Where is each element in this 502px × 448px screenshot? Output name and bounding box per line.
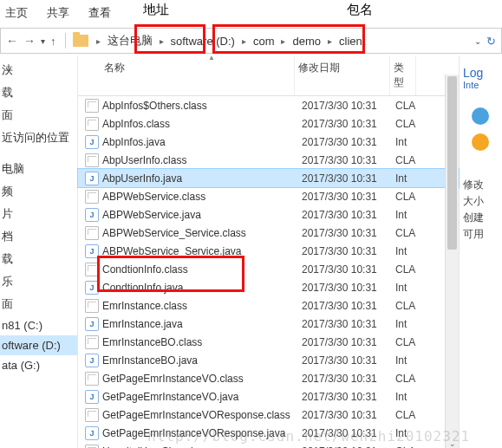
class-file-icon (85, 263, 99, 276)
crumb-pc[interactable]: 这台电脑 (105, 33, 155, 49)
refresh-icon[interactable]: ↻ (486, 35, 496, 48)
history-dropdown-icon[interactable]: ▾ (41, 36, 45, 46)
sidebar-item[interactable]: 面 (0, 104, 77, 127)
chevron-icon[interactable]: ▸ (323, 36, 336, 46)
file-row[interactable]: GetPageEmrInstanceVOResponse.java2017/3/… (78, 424, 459, 442)
file-type: CLA (395, 154, 421, 166)
sidebar-item[interactable]: 乐 (0, 270, 77, 293)
file-type: Int (395, 245, 421, 257)
file-row[interactable]: AbpInfos$Others.class2017/3/30 10:31CLA (78, 96, 459, 114)
chevron-icon[interactable]: ▸ (277, 36, 290, 46)
sidebar-item[interactable]: 浃 (0, 59, 77, 81)
file-row[interactable]: ABPWebService_Service.class2017/3/30 10:… (78, 224, 459, 242)
chevron-icon[interactable]: ▸ (238, 36, 251, 46)
file-date: 2017/3/30 10:31 (302, 445, 395, 449)
crumb-drive[interactable]: software (D:) (168, 35, 238, 48)
java-file-icon (85, 390, 99, 404)
file-row[interactable]: GetPageEmrInstanceVO.class2017/3/30 10:3… (78, 369, 459, 387)
file-name: EmrInstanceBO.java (102, 354, 198, 367)
scroll-down-icon[interactable]: ⌄ (446, 439, 459, 448)
file-row[interactable]: AbpInfos.class2017/3/30 10:31CLA (78, 114, 459, 133)
sidebar-item[interactable]: 频 (0, 180, 77, 203)
sidebar-item-d[interactable]: oftware (D:) (0, 335, 77, 355)
address-bar: ← → ▾ ↑ ▸ 这台电脑 ▸ software (D:) ▸ com ▸ d… (0, 28, 502, 54)
detail-modified: 修改 (463, 177, 499, 193)
file-row[interactable]: GetPageEmrInstanceVO.java2017/3/30 10:31… (78, 387, 459, 406)
tab-view[interactable]: 查看 (88, 5, 111, 21)
file-type: CLA (395, 227, 421, 239)
file-type: Int (395, 282, 421, 294)
file-type: Int (395, 209, 421, 221)
sidebar-item-g[interactable]: ata (G:) (0, 355, 77, 375)
java-file-icon (85, 426, 99, 440)
detail-sub: Inte (463, 80, 499, 90)
java-file-icon (85, 135, 99, 149)
file-name: EmrInstanceBO.class (102, 336, 202, 348)
file-name: GetPageEmrInstanceVO.class (102, 373, 244, 385)
back-icon[interactable]: ← (6, 34, 18, 48)
file-name: GetPageEmrInstanceVOResponse.java (102, 427, 285, 439)
file-row[interactable]: HospitalUserSign.class2017/3/30 10:31CLA (78, 442, 459, 448)
col-type[interactable]: 类型 (390, 55, 416, 95)
class-file-icon (85, 408, 99, 422)
tab-home[interactable]: 主页 (5, 5, 28, 21)
file-row[interactable]: EmrInstance.class2017/3/30 10:31CLA (78, 296, 459, 315)
chevron-icon[interactable]: ▸ (92, 36, 105, 46)
file-type: CLA (395, 118, 421, 130)
file-type: Int (395, 172, 421, 185)
file-name: AbpUserInfo.java (102, 172, 182, 185)
file-type: CLA (395, 336, 421, 348)
file-row[interactable]: ABPWebService.java2017/3/30 10:31Int (78, 205, 459, 224)
sidebar-item[interactable]: 载 (0, 248, 77, 270)
java-file-icon (85, 208, 99, 222)
file-row[interactable]: EmrInstanceBO.class2017/3/30 10:31CLA (78, 333, 459, 351)
file-row[interactable]: EmrInstance.java2017/3/30 10:31Int (78, 315, 459, 333)
file-type: Int (395, 391, 421, 403)
file-row[interactable]: AbpUserInfo.class2017/3/30 10:31CLA (78, 151, 459, 169)
crumb-client[interactable]: client (336, 35, 368, 48)
forward-icon[interactable]: → (23, 34, 36, 48)
file-row[interactable]: EmrInstanceBO.java2017/3/30 10:31Int (78, 351, 459, 369)
scrollbar-thumb[interactable] (447, 76, 457, 250)
file-date: 2017/3/30 10:31 (302, 227, 395, 239)
file-name: CondtionInfo.java (102, 282, 183, 294)
sidebar-item[interactable]: 近访问的位置 (0, 127, 77, 149)
col-date[interactable]: 修改日期 (295, 55, 390, 95)
crumb-demo[interactable]: demo (290, 35, 323, 48)
crumb-com[interactable]: com (251, 35, 277, 48)
folder-icon (73, 35, 88, 47)
sidebar-item[interactable]: 片 (0, 203, 77, 225)
file-row[interactable]: ABPWebService.class2017/3/30 10:31CLA (78, 187, 459, 205)
file-date: 2017/3/30 10:31 (302, 409, 395, 421)
sidebar-item[interactable]: 电脑 (0, 158, 77, 180)
class-file-icon (85, 335, 99, 349)
sidebar-item-c[interactable]: n81 (C:) (0, 315, 77, 335)
file-date: 2017/3/30 10:31 (302, 300, 395, 312)
sidebar-item[interactable]: 面 (0, 293, 77, 315)
sidebar-item[interactable]: 载 (0, 81, 77, 104)
up-icon[interactable]: ↑ (50, 35, 56, 48)
col-name[interactable]: 名称 (78, 55, 295, 95)
file-type: CLA (395, 409, 421, 421)
file-row[interactable]: GetPageEmrInstanceVOResponse.class2017/3… (78, 406, 459, 424)
sidebar-item[interactable]: 档 (0, 225, 77, 248)
file-row[interactable]: CondtionInfo.class2017/3/30 10:31CLA (78, 260, 459, 278)
file-type: CLA (395, 100, 421, 112)
vertical-scrollbar[interactable]: ⌄ (445, 75, 459, 448)
file-name: CondtionInfo.class (102, 263, 188, 276)
file-name: AbpUserInfo.class (102, 154, 186, 166)
file-name: EmrInstance.java (102, 318, 183, 330)
file-row[interactable]: CondtionInfo.java2017/3/30 10:31Int (78, 278, 459, 296)
file-row[interactable]: ABPWebService_Service.java2017/3/30 10:3… (78, 242, 459, 260)
file-row[interactable]: AbpUserInfo.java2017/3/30 10:31Int (78, 169, 459, 187)
file-type: Int (395, 136, 421, 148)
path-dropdown-icon[interactable]: ⌄ (474, 36, 481, 46)
file-name: AbpInfos.class (102, 118, 170, 130)
orange-dot-icon (472, 133, 489, 151)
file-type: CLA (395, 263, 421, 276)
tab-share[interactable]: 共享 (47, 5, 69, 21)
file-row[interactable]: AbpInfos.java2017/3/30 10:31Int (78, 133, 459, 151)
file-date: 2017/3/30 10:31 (302, 282, 395, 294)
class-file-icon (85, 190, 99, 204)
chevron-icon[interactable]: ▸ (155, 36, 168, 46)
